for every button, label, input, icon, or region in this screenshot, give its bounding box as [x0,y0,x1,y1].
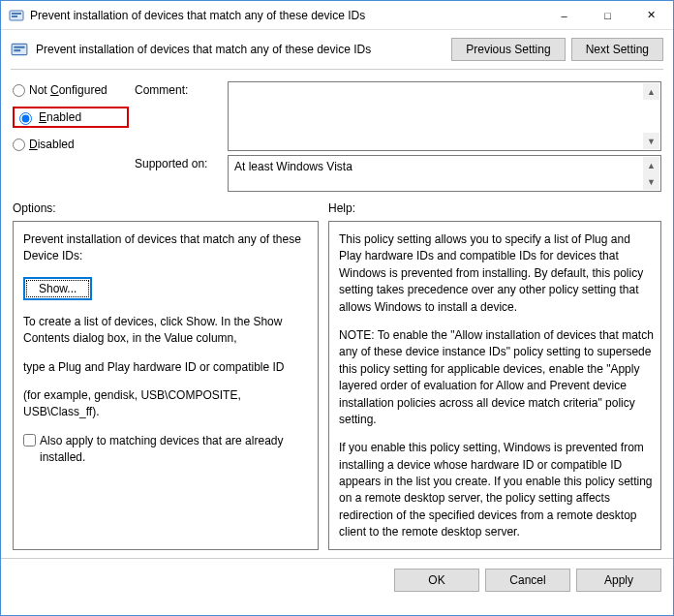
options-instr1: To create a list of devices, click Show.… [23,314,308,348]
separator [11,69,663,70]
help-p1: This policy setting allows you to specif… [339,231,655,316]
radio-enabled-label: Enabled [39,110,81,124]
comment-label: Comment: [135,81,222,97]
also-apply-checkbox[interactable] [23,434,36,447]
maximize-button[interactable]: □ [586,1,629,29]
options-instr2: type a Plug and Play hardware ID or comp… [23,359,308,376]
scroll-up-icon[interactable]: ▲ [643,157,659,173]
supported-on-value: At least Windows Vista [234,160,352,173]
radio-disabled[interactable]: Disabled [13,138,129,151]
minimize-button[interactable]: – [542,1,586,29]
radio-not-configured-label: Not Configured [29,83,107,97]
titlebar: Prevent installation of devices that mat… [1,1,673,30]
options-instr3: (for example, gendisk, USB\COMPOSITE, US… [23,387,308,421]
also-apply-row[interactable]: Also apply to matching devices that are … [23,433,308,467]
previous-setting-button[interactable]: Previous Setting [451,38,565,61]
policy-icon [9,8,24,23]
svg-rect-4 [14,46,24,48]
supported-on-box: At least Windows Vista ▲ ▼ [228,155,661,192]
state-radio-group: Not Configured Enabled Disabled [13,81,129,151]
scroll-up-icon[interactable]: ▲ [643,83,659,100]
cancel-button[interactable]: Cancel [485,569,570,592]
subheader: Prevent installation of devices that mat… [1,30,673,69]
policy-icon [11,41,28,58]
config-area: Not Configured Enabled Disabled Comment:… [1,77,673,201]
show-button[interactable]: Show... [23,277,92,300]
scroll-down-icon[interactable]: ▼ [643,133,659,149]
svg-rect-2 [12,15,17,17]
radio-disabled-input[interactable] [13,139,25,151]
radio-not-configured-input[interactable] [13,84,25,97]
help-label: Help: [328,201,661,215]
footer: OK Cancel Apply [1,558,673,601]
options-label: Options: [13,201,319,215]
help-p3: If you enable this policy setting, Windo… [339,440,655,540]
ok-button[interactable]: OK [394,569,479,592]
svg-rect-5 [14,49,20,51]
comment-textarea[interactable]: ▲ ▼ [228,81,661,151]
options-panel: Options: Prevent installation of devices… [13,201,319,550]
options-intro: Prevent installation of devices that mat… [23,231,308,265]
radio-enabled-highlight: Enabled [13,107,129,128]
radio-not-configured[interactable]: Not Configured [13,83,129,97]
close-button[interactable]: ✕ [629,1,673,29]
scroll-down-icon[interactable]: ▼ [643,173,659,190]
radio-enabled-input[interactable] [19,112,32,125]
subheader-text: Prevent installation of devices that mat… [36,43,451,56]
next-setting-button[interactable]: Next Setting [571,38,663,61]
help-box[interactable]: This policy setting allows you to specif… [328,221,661,550]
also-apply-label: Also apply to matching devices that are … [40,433,308,467]
help-panel: Help: This policy setting allows you to … [328,201,661,550]
supported-on-label: Supported on: [135,155,222,170]
panels: Options: Prevent installation of devices… [1,201,673,550]
radio-disabled-label: Disabled [29,138,75,151]
svg-rect-1 [12,13,21,15]
apply-button[interactable]: Apply [576,569,661,592]
window-controls: – □ ✕ [542,1,673,29]
help-p2: NOTE: To enable the "Allow installation … [339,327,655,428]
window-title: Prevent installation of devices that mat… [30,9,542,22]
options-box: Prevent installation of devices that mat… [13,221,319,550]
